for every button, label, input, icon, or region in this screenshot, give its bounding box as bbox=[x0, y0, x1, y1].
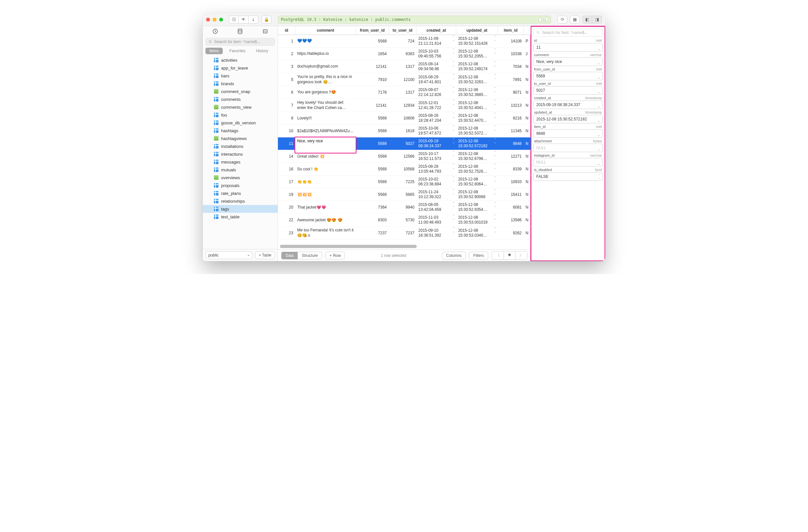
schema-selector[interactable]: public bbox=[205, 251, 253, 259]
toggle-right-panel-button[interactable]: ◨ bbox=[592, 16, 602, 23]
cell[interactable]: 2015-09-1908:38:24.337 bbox=[417, 137, 456, 150]
cell[interactable]: N bbox=[524, 86, 530, 99]
table-row[interactable]: 6You are gorgeous !!😍717813172015-09-072… bbox=[278, 86, 531, 99]
sidebar-item-proposals[interactable]: proposals bbox=[203, 182, 278, 189]
cell-comment[interactable]: Awesome jacket 😍😍 😍 bbox=[295, 214, 356, 227]
table-row[interactable]: 5You're so pretty, this is a nice ni gor… bbox=[278, 73, 531, 86]
cell[interactable]: 17 bbox=[278, 176, 295, 188]
field-input[interactable]: Nice, very nice bbox=[533, 57, 603, 66]
sidebar-item-tags[interactable]: tags bbox=[203, 205, 278, 213]
column-header-updated_at[interactable]: updated_at bbox=[456, 26, 498, 35]
cell[interactable]: 2015-12-0112:41:28.722 bbox=[417, 99, 456, 112]
column-header-item_id[interactable]: item_id bbox=[498, 26, 524, 35]
sql-icon[interactable]: SQL bbox=[262, 28, 268, 35]
cell[interactable]: N bbox=[524, 176, 530, 188]
sidebar-item-goose_db_version[interactable]: goose_db_version bbox=[203, 119, 278, 127]
table-row[interactable]: 3duchuykun@gmail.com1214113172015-08-140… bbox=[278, 60, 531, 73]
settings-button[interactable]: ✱ bbox=[504, 251, 515, 260]
cell[interactable]: 12934 bbox=[389, 99, 417, 112]
cell[interactable]: 10933 bbox=[498, 176, 524, 188]
sidebar-item-brands[interactable]: brands bbox=[203, 80, 278, 88]
cell[interactable]: N bbox=[524, 150, 530, 163]
cell[interactable]: N bbox=[524, 112, 530, 125]
cell[interactable]: 7178 bbox=[356, 86, 389, 99]
column-header-from_user_id[interactable]: from_user_id bbox=[356, 26, 389, 35]
cell[interactable]: 7237 bbox=[356, 227, 389, 240]
commit-button[interactable]: ⤓ bbox=[249, 16, 258, 23]
sidebar-item-hashtags[interactable]: hashtags bbox=[203, 127, 278, 134]
cell[interactable]: 9940 bbox=[389, 201, 417, 214]
cell[interactable]: 5569 bbox=[356, 188, 389, 201]
cell[interactable]: 6 bbox=[278, 86, 295, 99]
cell[interactable]: 8303 bbox=[356, 214, 389, 227]
cell[interactable]: 2015-09-1016:36:51.392 bbox=[417, 227, 456, 240]
table-row[interactable]: 2https://tableplus.io165483832015-10-030… bbox=[278, 48, 531, 60]
sidebar-tab-items[interactable]: Items bbox=[205, 48, 223, 54]
table-row[interactable]: 7Hey lovely! You should def. enter the C… bbox=[278, 99, 531, 112]
cell[interactable]: 9262 bbox=[498, 227, 524, 240]
cell-comment[interactable]: 💥💥💥 bbox=[295, 188, 356, 201]
table-row[interactable]: 8Lovely!!!5569108062015-08-2618:28:47.20… bbox=[278, 112, 531, 125]
table-row[interactable]: 10$2a$10$HZLN88PNuWWi4ZuS91Ib8dR98Iit0kb… bbox=[278, 125, 531, 137]
cell[interactable]: J bbox=[524, 48, 530, 60]
cell[interactable]: 2015-09-0722:14:12.826 bbox=[417, 86, 456, 99]
sidebar-item-comments_view[interactable]: comments_view bbox=[203, 103, 278, 111]
cell[interactable]: 5569 bbox=[356, 176, 389, 188]
cell-comment[interactable]: $2a$10$HZLN88PNuWWi4ZuS91Ib8dR98Iit0kblv… bbox=[295, 125, 356, 137]
cell[interactable]: N bbox=[524, 125, 530, 137]
field-input[interactable]: 2015-09-19 08:38:24.337 bbox=[533, 100, 603, 109]
cell[interactable]: 13586 bbox=[498, 214, 524, 227]
field-input[interactable]: 2015-12-08 15:30:52.572182 bbox=[533, 115, 603, 124]
cell[interactable]: 5730 bbox=[389, 214, 417, 227]
cell[interactable]: 8 bbox=[278, 112, 295, 125]
zoom-window[interactable] bbox=[219, 18, 223, 21]
reload-button[interactable]: ⟳ bbox=[557, 16, 567, 23]
field-input[interactable]: NULL bbox=[533, 144, 603, 152]
cell[interactable]: 2015-12-0815:30:52.3263… bbox=[456, 73, 498, 86]
prev-button[interactable]: 〈 bbox=[492, 251, 504, 260]
column-header-to_user_id[interactable]: to_user_id bbox=[389, 26, 417, 35]
column-header-comment[interactable]: comment bbox=[295, 26, 356, 35]
sidebar-item-test_table[interactable]: test_table bbox=[203, 213, 278, 221]
cell[interactable]: 2015-12-0815:30:53.001019 bbox=[456, 214, 498, 227]
cell[interactable]: N bbox=[524, 99, 530, 112]
sidebar-item-interactions[interactable]: interactions bbox=[203, 150, 278, 158]
cell[interactable]: 2 bbox=[278, 48, 295, 60]
cell[interactable]: 2015-11-0921:11:21.614 bbox=[417, 35, 456, 48]
cell[interactable]: 5569 bbox=[356, 137, 389, 150]
cell[interactable]: 1317 bbox=[389, 86, 417, 99]
cell[interactable]: 3 bbox=[278, 60, 295, 73]
sidebar-item-foo[interactable]: foo bbox=[203, 111, 278, 119]
table-row[interactable]: 23Me too Fernanda! It's cute isn't it 😊😘… bbox=[278, 227, 531, 240]
cell[interactable]: 7910 bbox=[356, 73, 389, 86]
cell[interactable]: 6081 bbox=[498, 201, 524, 214]
cell[interactable]: 2015-12-0815:30:52.4470… bbox=[456, 112, 498, 125]
cell[interactable]: N bbox=[524, 137, 530, 150]
cell[interactable]: 10338 bbox=[498, 48, 524, 60]
cell-comment[interactable]: You are gorgeous !!😍 bbox=[295, 86, 356, 99]
cell-comment[interactable]: https://tableplus.io bbox=[295, 48, 356, 60]
cell[interactable]: N bbox=[524, 214, 530, 227]
sidebar-item-messages[interactable]: messages bbox=[203, 158, 278, 166]
cell[interactable]: 15411 bbox=[498, 188, 524, 201]
grid-mode-button[interactable]: ▦ bbox=[570, 16, 580, 23]
cell-comment[interactable]: Hey lovely! You should def. enter the Ch… bbox=[295, 99, 356, 112]
cell[interactable]: P bbox=[524, 35, 530, 48]
sidebar-item-installations[interactable]: installations bbox=[203, 142, 278, 150]
lock-button[interactable]: 🔒 bbox=[262, 16, 271, 23]
cell[interactable]: 5569 bbox=[356, 112, 389, 125]
table-row[interactable]: 17👏👏👏556972252015-10-0206:23:38.8842015-… bbox=[278, 176, 531, 188]
toggle-left-panel-button[interactable]: ◧ bbox=[582, 16, 592, 23]
sidebar-item-comment_snap[interactable]: comment_snap bbox=[203, 88, 278, 95]
cell-comment[interactable]: Lovely!!! bbox=[295, 112, 356, 125]
cell[interactable]: 12271 bbox=[498, 150, 524, 163]
close-window[interactable] bbox=[206, 18, 210, 21]
inspector-search-input[interactable]: Search for field: ^name$... bbox=[533, 29, 603, 37]
cell[interactable]: 2015-10-1716:52:11.573 bbox=[417, 150, 456, 163]
add-row-button[interactable]: + Row bbox=[325, 252, 345, 260]
sidebar-item-app_for_leave[interactable]: app_for_leave bbox=[203, 64, 278, 72]
cell[interactable]: 19 bbox=[278, 188, 295, 201]
field-input[interactable]: 5027 bbox=[533, 86, 603, 95]
cell[interactable]: 2015-08-0513:42:04.459 bbox=[417, 201, 456, 214]
table-row[interactable]: 19💥💥💥556956652015-11-2410:12:39.3222015-… bbox=[278, 188, 531, 201]
